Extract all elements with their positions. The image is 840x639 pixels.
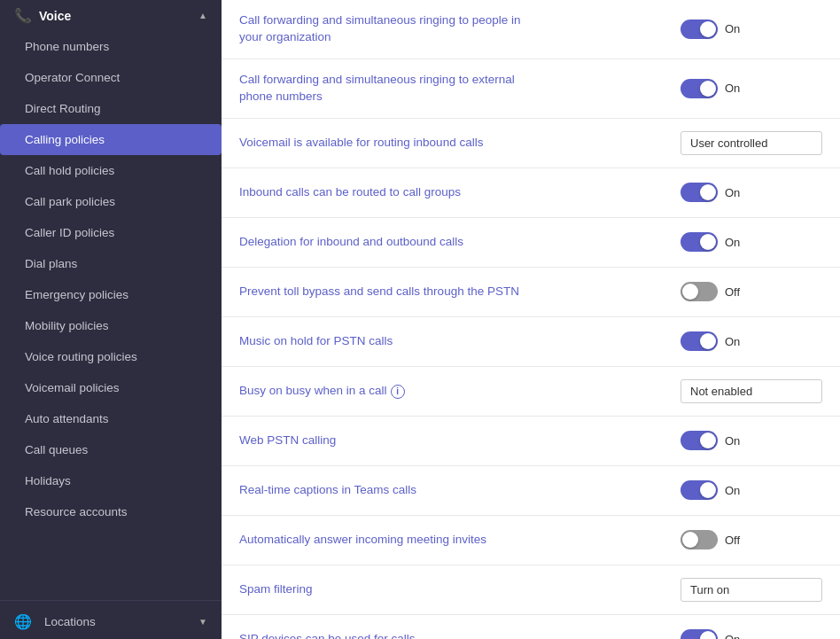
policy-row-busy-on-busy: Busy on busy when in a calliNot enabled xyxy=(222,367,840,417)
toggle-music-on-hold[interactable] xyxy=(681,331,718,351)
policy-row-music-on-hold: Music on hold for PSTN callsOn xyxy=(222,317,840,367)
policy-control-realtime-captions: On xyxy=(681,480,822,500)
sidebar-item-operator-connect[interactable]: Operator Connect xyxy=(0,62,222,93)
sidebar-item-resource-accounts[interactable]: Resource accounts xyxy=(0,496,222,527)
policy-row-realtime-captions: Real-time captions in Teams callsOn xyxy=(222,466,840,516)
policy-row-sip-devices: SIP devices can be used for callsOn xyxy=(222,615,840,639)
toggle-web-pstn[interactable] xyxy=(681,431,718,450)
sidebar-item-caller-id-policies[interactable]: Caller ID policies xyxy=(0,217,222,248)
dropdown-busy-on-busy[interactable]: Not enabled xyxy=(681,379,822,403)
toggle-call-forwarding-org[interactable] xyxy=(681,19,718,39)
sidebar-item-call-queues[interactable]: Call queues xyxy=(0,434,222,465)
policy-label-web-pstn: Web PSTN calling xyxy=(239,432,541,449)
policy-label-call-forwarding-external: Call forwarding and simultaneous ringing… xyxy=(239,72,541,105)
toggle-label-inbound-call-groups: On xyxy=(725,186,740,199)
policy-row-web-pstn: Web PSTN callingOn xyxy=(222,417,840,466)
toggle-knob-music-on-hold xyxy=(700,333,716,349)
policy-row-delegation-calls: Delegation for inbound and outbound call… xyxy=(222,218,840,268)
toggle-knob-toll-bypass xyxy=(682,284,698,300)
toggle-label-sip-devices: On xyxy=(725,633,740,639)
voice-section-header[interactable]: 📞 Voice ▲ xyxy=(0,0,222,31)
policy-row-toll-bypass: Prevent toll bypass and send calls throu… xyxy=(222,268,840,317)
voice-chevron-icon: ▲ xyxy=(198,11,207,20)
toggle-label-toll-bypass: Off xyxy=(725,285,740,299)
main-content: Call forwarding and simultaneous ringing… xyxy=(222,0,840,639)
sidebar-item-holidays[interactable]: Holidays xyxy=(0,465,222,496)
policy-control-call-forwarding-org: On xyxy=(681,19,822,39)
info-icon-busy-on-busy[interactable]: i xyxy=(391,385,405,399)
toggle-label-realtime-captions: On xyxy=(725,484,740,497)
dropdown-voicemail-routing[interactable]: User controlled xyxy=(681,131,822,155)
toggle-knob-call-forwarding-external xyxy=(700,81,716,97)
sidebar-footer: 🌐 Locations ▼ xyxy=(0,596,222,639)
toggle-knob-inbound-call-groups xyxy=(700,184,716,200)
policy-label-auto-answer-invites: Automatically answer incoming meeting in… xyxy=(239,532,541,549)
toggle-knob-auto-answer-invites xyxy=(682,532,698,548)
policy-control-toll-bypass: Off xyxy=(681,282,822,301)
policy-control-spam-filtering: Turn on xyxy=(681,578,822,602)
toggle-knob-sip-devices xyxy=(700,631,716,639)
toggle-label-delegation-calls: On xyxy=(725,236,740,249)
sidebar-item-calling-policies[interactable]: Calling policies xyxy=(0,124,222,155)
policy-list: Call forwarding and simultaneous ringing… xyxy=(222,0,840,639)
policy-label-toll-bypass: Prevent toll bypass and send calls throu… xyxy=(239,284,541,300)
toggle-knob-web-pstn xyxy=(700,432,716,448)
toggle-auto-answer-invites[interactable] xyxy=(681,530,718,549)
policy-label-spam-filtering: Spam filtering xyxy=(239,581,541,598)
toggle-label-call-forwarding-org: On xyxy=(725,22,740,35)
sidebar-item-phone-numbers[interactable]: Phone numbers xyxy=(0,31,222,62)
policy-label-music-on-hold: Music on hold for PSTN calls xyxy=(239,333,541,350)
dropdown-spam-filtering[interactable]: Turn on xyxy=(681,578,822,602)
policy-row-auto-answer-invites: Automatically answer incoming meeting in… xyxy=(222,516,840,565)
toggle-realtime-captions[interactable] xyxy=(681,480,718,500)
policy-label-busy-on-busy: Busy on busy when in a calli xyxy=(239,383,541,400)
policy-label-sip-devices: SIP devices can be used for calls xyxy=(239,631,541,639)
sidebar-item-direct-routing[interactable]: Direct Routing xyxy=(0,93,222,124)
toggle-inbound-call-groups[interactable] xyxy=(681,183,718,202)
toggle-toll-bypass[interactable] xyxy=(681,282,718,301)
sidebar-divider xyxy=(0,600,222,601)
policy-label-inbound-call-groups: Inbound calls can be routed to call grou… xyxy=(239,184,541,201)
policy-control-call-forwarding-external: On xyxy=(681,79,822,98)
sidebar: 📞 Voice ▲ Phone numbersOperator ConnectD… xyxy=(0,0,222,639)
toggle-call-forwarding-external[interactable] xyxy=(681,79,718,98)
policy-row-call-forwarding-org: Call forwarding and simultaneous ringing… xyxy=(222,0,840,59)
locations-footer-item[interactable]: 🌐 Locations ▼ xyxy=(0,604,222,639)
toggle-knob-delegation-calls xyxy=(700,234,716,250)
sidebar-item-auto-attendants[interactable]: Auto attendants xyxy=(0,403,222,434)
sidebar-item-call-park-policies[interactable]: Call park policies xyxy=(0,186,222,217)
policy-control-auto-answer-invites: Off xyxy=(681,530,822,549)
toggle-knob-realtime-captions xyxy=(700,482,716,498)
policy-row-voicemail-routing: Voicemail is available for routing inbou… xyxy=(222,119,840,168)
sidebar-item-emergency-policies[interactable]: Emergency policies xyxy=(0,279,222,310)
policy-row-spam-filtering: Spam filteringTurn on xyxy=(222,565,840,615)
policy-control-music-on-hold: On xyxy=(681,331,822,351)
sidebar-item-mobility-policies[interactable]: Mobility policies xyxy=(0,310,222,341)
policy-label-delegation-calls: Delegation for inbound and outbound call… xyxy=(239,234,541,251)
sidebar-item-call-hold-policies[interactable]: Call hold policies xyxy=(0,155,222,186)
policy-label-call-forwarding-org: Call forwarding and simultaneous ringing… xyxy=(239,12,541,46)
voice-section-label: Voice xyxy=(39,9,71,23)
toggle-sip-devices[interactable] xyxy=(681,629,718,639)
toggle-label-web-pstn: On xyxy=(725,434,740,448)
policy-label-voicemail-routing: Voicemail is available for routing inbou… xyxy=(239,135,541,152)
voice-icon: 📞 xyxy=(14,7,32,24)
policy-label-realtime-captions: Real-time captions in Teams calls xyxy=(239,482,541,499)
locations-chevron-icon: ▼ xyxy=(198,617,207,627)
toggle-label-call-forwarding-external: On xyxy=(725,82,740,95)
policy-control-sip-devices: On xyxy=(681,629,822,639)
toggle-label-music-on-hold: On xyxy=(725,335,740,348)
policy-control-delegation-calls: On xyxy=(681,232,822,252)
sidebar-item-dial-plans[interactable]: Dial plans xyxy=(0,248,222,279)
policy-row-inbound-call-groups: Inbound calls can be routed to call grou… xyxy=(222,168,840,218)
toggle-delegation-calls[interactable] xyxy=(681,232,718,252)
toggle-knob-call-forwarding-org xyxy=(700,21,716,37)
sidebar-item-voice-routing-policies[interactable]: Voice routing policies xyxy=(0,341,222,372)
policy-control-busy-on-busy: Not enabled xyxy=(681,379,822,403)
policy-control-inbound-call-groups: On xyxy=(681,183,822,202)
locations-label: Locations xyxy=(44,615,96,628)
sidebar-items: Phone numbersOperator ConnectDirect Rout… xyxy=(0,31,222,527)
sidebar-item-voicemail-policies[interactable]: Voicemail policies xyxy=(0,372,222,403)
policy-control-voicemail-routing: User controlled xyxy=(681,131,822,155)
policy-control-web-pstn: On xyxy=(681,431,822,450)
